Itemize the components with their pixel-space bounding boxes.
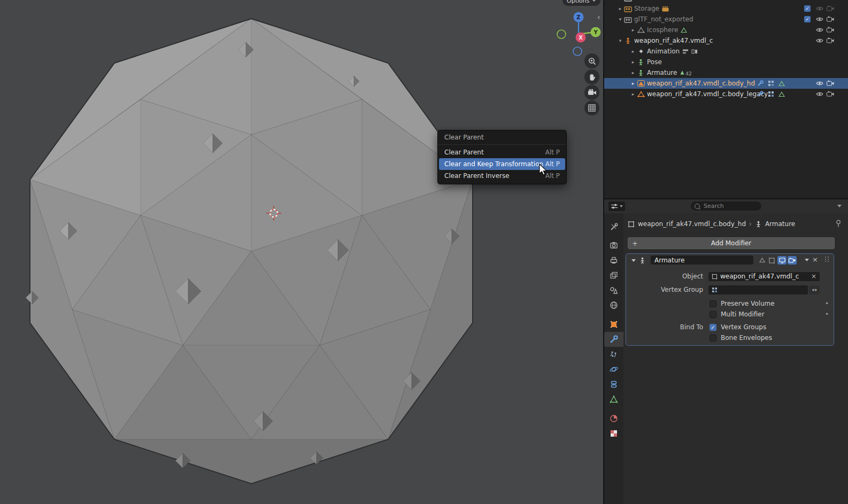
expand-icon[interactable]: ▸ [630,81,636,86]
editor-type-dropdown[interactable] [608,201,625,211]
outliner-item-label: Animation [647,48,680,55]
outliner-item-label: weapon_rif_ak47.vmdl_c.body_legacy [647,90,768,98]
clear-object-icon[interactable]: × [811,273,816,280]
bone-envelopes-checkbox[interactable] [710,335,716,342]
3d-viewport[interactable]: Options ‹ Z Y X [0,0,604,504]
tab-particles[interactable] [604,347,623,362]
realtime-display-toggle[interactable] [777,256,787,265]
outliner-row-storage[interactable]: ▸ Storage ✓ [604,3,848,14]
multi-modifier-row: Multi Modifier • [626,309,835,319]
edit-mode-toggle[interactable] [767,256,776,265]
modifier-name-field[interactable]: Armature [651,255,753,265]
tab-modifiers[interactable] [604,332,623,347]
camera-toggle-icon[interactable] [827,91,834,97]
multi-modifier-checkbox[interactable] [710,311,716,318]
render-toggle[interactable] [788,256,797,265]
decorator-dot-icon[interactable]: • [825,300,829,307]
tab-world[interactable] [604,298,623,313]
axis-neg-x-ball[interactable] [557,30,566,38]
tab-tool[interactable] [604,220,623,235]
expand-icon[interactable]: ▾ [617,38,623,43]
expand-icon[interactable]: ▸ [630,27,636,33]
drag-handle[interactable] [825,257,829,262]
expand-icon[interactable]: ▸ [630,59,636,65]
vertex-group-field[interactable] [708,285,808,294]
icosphere-render [0,0,603,504]
expand-icon[interactable]: ▾ [617,17,623,22]
tab-scene[interactable] [604,283,623,298]
tab-constraints[interactable] [604,377,623,392]
outliner-panel[interactable]: ▾ Scene Collection ▸ Storage ✓ [604,0,848,199]
pin-icon[interactable] [835,220,842,228]
modifier-extras-icon[interactable] [805,259,809,261]
collection-checkbox[interactable]: ✓ [804,16,811,22]
menu-item-clear-parent[interactable]: Clear Parent Alt P [439,146,565,158]
outliner-item-label: weapon_rif_ak47.vmdl_c.body_hd [647,80,755,87]
tab-object-data[interactable] [604,392,623,407]
invert-vertex-group-button[interactable]: ↔ [809,285,820,294]
camera-toggle-icon[interactable] [827,16,834,22]
breadcrumb-modifier[interactable]: Armature [765,220,795,228]
outliner-row-body-hd[interactable]: ▸ weapon_rif_ak47.vmdl_c.body_hd [604,78,848,89]
collapse-icon[interactable] [631,259,636,262]
expand-icon[interactable]: ▸ [630,91,636,97]
tab-view-layer[interactable] [604,268,623,283]
toggle-ortho-button[interactable] [584,100,599,115]
wrench-icon[interactable] [757,80,764,87]
pan-button[interactable] [584,69,599,84]
eye-icon[interactable] [816,38,823,43]
header-options-icon[interactable] [837,205,842,207]
axis-z-label: Z [576,14,580,20]
outliner-row-icosphere[interactable]: ▸ Icosphere [604,25,848,35]
properties-editor-icon [611,203,618,210]
eye-icon[interactable] [816,27,823,33]
outliner-row-gltf-not-exported[interactable]: ▾ glTF_not_exported ✓ [604,14,848,25]
tab-output[interactable] [604,253,623,268]
outliner-row-animation[interactable]: ▸ Animation [604,46,848,57]
on-cage-toggle[interactable] [758,256,767,265]
vertex-group-icon[interactable] [768,91,774,97]
tab-render[interactable] [604,238,623,253]
options-dropdown[interactable]: Options [562,0,600,6]
expand-icon[interactable]: ▾ [617,0,623,1]
preserve-volume-checkbox[interactable] [710,300,716,307]
eye-icon[interactable] [816,6,823,11]
camera-toggle-icon[interactable] [827,37,834,43]
breadcrumb-object[interactable]: weapon_rif_ak47.vmdl_c.body_hd [638,220,746,228]
outliner-row-armature-data[interactable]: ▸ Armature 42 [604,67,848,78]
search-input[interactable] [703,202,747,210]
wrench-icon[interactable] [757,91,764,97]
camera-toggle-icon[interactable] [827,80,834,86]
axis-neg-z-ball[interactable] [573,47,582,56]
bind-to-vertex-groups-row: Bind To ✓ Vertex Groups [626,322,835,332]
outliner-item-label: Scene Collection [634,0,688,2]
outliner-row-body-legacy[interactable]: ▸ weapon_rif_ak47.vmdl_c.body_legacy [604,89,848,99]
tab-texture[interactable] [604,426,623,441]
navigation-gizmo[interactable]: Z Y X [554,9,603,58]
outliner-row-armature-object[interactable]: ▾ weapon_rif_ak47.vmdl_c [604,35,848,46]
vertex-groups-checkbox[interactable]: ✓ [710,324,716,331]
eye-icon[interactable] [816,81,823,86]
camera-toggle-icon[interactable] [827,27,834,33]
camera-view-button[interactable] [584,85,599,100]
decorator-dot-icon[interactable]: • [825,311,829,318]
eye-icon[interactable] [816,17,823,22]
tab-material[interactable] [604,411,623,426]
expand-icon[interactable]: ▸ [630,70,636,75]
outliner-row-pose[interactable]: ▸ Pose [604,57,848,67]
object-field[interactable]: weapon_rif_ak47.vmdl_c × [708,272,820,281]
eye-icon[interactable] [816,91,823,97]
close-icon[interactable]: × [812,255,818,263]
collection-checkbox[interactable]: ✓ [804,5,811,12]
tab-physics[interactable] [604,362,623,377]
vertex-group-icon[interactable] [768,80,774,87]
mesh-data-icon[interactable] [778,81,785,87]
search-field[interactable] [691,201,761,211]
add-modifier-button[interactable]: + Add Modifier [628,237,835,249]
zoom-button[interactable] [584,53,599,68]
mesh-data-icon[interactable] [778,91,785,97]
camera-toggle-icon[interactable] [827,5,834,11]
expand-icon[interactable]: ▸ [617,6,623,11]
tab-object[interactable] [604,317,623,332]
expand-icon[interactable]: ▸ [630,49,636,54]
